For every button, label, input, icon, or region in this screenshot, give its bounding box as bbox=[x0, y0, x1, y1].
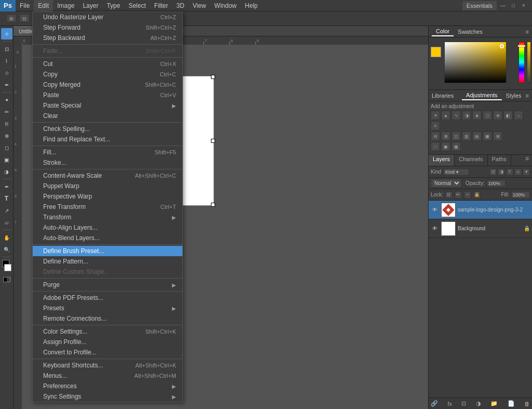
layer-adj-btn[interactable]: ◑ bbox=[476, 400, 481, 407]
layer-new-btn[interactable]: 📄 bbox=[508, 400, 515, 407]
menu-content-aware-scale[interactable]: Content-Aware Scale Alt+Shift+Ctrl+C bbox=[33, 170, 182, 181]
menu-preferences[interactable]: Preferences ▶ bbox=[33, 381, 182, 391]
menu-keyboard-shortcuts[interactable]: Keyboard Shortcuts... Alt+Shift+Ctrl+K bbox=[33, 360, 182, 371]
menu-transform[interactable]: Transform ▶ bbox=[33, 212, 182, 222]
layer-eye-0[interactable]: 👁 bbox=[431, 206, 439, 214]
menu-menus[interactable]: Menus... Alt+Shift+Ctrl+M bbox=[33, 371, 182, 381]
menu-view[interactable]: View bbox=[189, 0, 210, 11]
menu-presets[interactable]: Presets ▶ bbox=[33, 303, 182, 313]
swatches-tab[interactable]: Swatches bbox=[454, 28, 487, 36]
adj-solid[interactable]: □ bbox=[431, 142, 440, 151]
menu-free-transform[interactable]: Free Transform Ctrl+T bbox=[33, 202, 182, 212]
adj-posterize[interactable]: ◫ bbox=[451, 131, 461, 141]
menu-sync-settings[interactable]: Sync Settings ▶ bbox=[33, 391, 182, 402]
adj-hsl[interactable]: ⬡ bbox=[483, 111, 492, 120]
menu-step-backward[interactable]: Step Backward Alt+Ctrl+Z bbox=[33, 33, 182, 43]
adj-levels[interactable]: ▲ bbox=[441, 111, 450, 120]
tool-clone[interactable]: ⎘ bbox=[1, 118, 12, 129]
tool-type[interactable]: T bbox=[1, 193, 12, 204]
adj-mixer[interactable]: ≡ bbox=[431, 121, 440, 130]
lock-position[interactable]: + bbox=[464, 191, 471, 199]
menu-remote-connections[interactable]: Remote Connections... bbox=[33, 313, 182, 324]
menu-fill[interactable]: Fill... Shift+F5 bbox=[33, 147, 182, 157]
adj-vibrance[interactable]: ◈ bbox=[472, 111, 482, 120]
adj-selectivecolor[interactable]: ▦ bbox=[483, 131, 492, 141]
adj-exposure[interactable]: ◑ bbox=[462, 111, 471, 120]
tool-path[interactable]: ↗ bbox=[1, 205, 12, 216]
tool-move[interactable]: ✛ bbox=[1, 28, 12, 39]
tool-eyedropper[interactable]: ✒ bbox=[1, 79, 12, 90]
tool-lasso[interactable]: ⌇ bbox=[1, 55, 12, 67]
adj-bw[interactable]: ◧ bbox=[503, 111, 513, 120]
color-tab[interactable]: Color bbox=[432, 27, 454, 36]
color-gradient-picker[interactable] bbox=[444, 42, 507, 83]
lock-image[interactable]: ✏ bbox=[455, 191, 462, 199]
menu-perspective-warp[interactable]: Perspective Warp bbox=[33, 191, 182, 202]
layer-folder-btn[interactable]: 📁 bbox=[490, 400, 498, 407]
paths-tab[interactable]: Paths bbox=[488, 155, 511, 166]
filter-dropdown[interactable]: Kind ▾ bbox=[443, 168, 469, 176]
menu-step-forward[interactable]: Step Forward Shift+Ctrl+Z bbox=[33, 22, 182, 33]
tool-hand[interactable]: ✋ bbox=[1, 232, 12, 243]
menu-color-settings[interactable]: Color Settings... Shift+Ctrl+K bbox=[33, 326, 182, 337]
menu-3d[interactable]: 3D bbox=[172, 0, 188, 11]
layer-fx-btn[interactable]: fx bbox=[447, 401, 452, 407]
adj-gradient[interactable]: ▤ bbox=[472, 131, 482, 141]
menu-pdf-presets[interactable]: Adobe PDF Presets... bbox=[33, 293, 182, 303]
hue-strip[interactable] bbox=[518, 42, 525, 83]
menu-filter[interactable]: Filter bbox=[150, 0, 172, 11]
filter-adj2[interactable]: ◑ bbox=[498, 168, 505, 176]
workspace-label[interactable]: Essentials bbox=[462, 1, 497, 10]
menu-find-replace[interactable]: Find and Replace Text... bbox=[33, 134, 182, 144]
adj-curves[interactable]: ∿ bbox=[451, 111, 461, 120]
layer-link-btn[interactable]: 🔗 bbox=[431, 400, 438, 407]
menu-window[interactable]: Window bbox=[210, 0, 241, 11]
tool-marquee[interactable]: ⊡ bbox=[1, 43, 12, 55]
menu-select[interactable]: Select bbox=[124, 0, 150, 11]
adj-colorbalance[interactable]: ⊕ bbox=[493, 111, 502, 120]
tool-brush[interactable]: ✏ bbox=[1, 106, 12, 117]
menu-assign-profile[interactable]: Assign Profile... bbox=[33, 337, 182, 347]
opacity-value[interactable]: 100% bbox=[487, 180, 506, 187]
tool-pen[interactable]: ✒ bbox=[1, 181, 12, 192]
adj-brightness[interactable]: ☀ bbox=[431, 111, 440, 120]
menu-image[interactable]: Image bbox=[53, 0, 78, 11]
menu-copy-merged[interactable]: Copy Merged Shift+Ctrl+C bbox=[33, 80, 182, 90]
menu-clear[interactable]: Clear bbox=[33, 111, 182, 121]
blend-mode-select[interactable]: Normal bbox=[431, 179, 461, 188]
layer-item-0[interactable]: 👁 sample-logo-design-png-3-2 bbox=[429, 201, 532, 219]
minimize-button[interactable]: — bbox=[499, 2, 507, 10]
menu-help[interactable]: Help bbox=[241, 0, 262, 11]
restore-button[interactable]: □ bbox=[509, 2, 517, 10]
layer-item-1[interactable]: 👁 Background 🔒 bbox=[429, 219, 532, 238]
filter-text[interactable]: T bbox=[506, 168, 513, 176]
menu-auto-align[interactable]: Auto-Align Layers... bbox=[33, 222, 182, 233]
filter-smart[interactable]: ✦ bbox=[523, 168, 530, 176]
filter-shape[interactable]: ▱ bbox=[514, 168, 522, 176]
tool-eraser[interactable]: ◻ bbox=[1, 142, 12, 153]
menu-stroke[interactable]: Stroke... bbox=[33, 157, 182, 168]
filter-pixel[interactable]: ⊡ bbox=[489, 168, 497, 176]
menu-convert-profile[interactable]: Convert to Profile... bbox=[33, 347, 182, 358]
menu-undo[interactable]: Undo Rasterize Layer Ctrl+Z bbox=[33, 12, 182, 22]
menu-paste[interactable]: Paste Ctrl+V bbox=[33, 90, 182, 100]
menu-purge[interactable]: Purge ▶ bbox=[33, 280, 182, 290]
menu-type[interactable]: Type bbox=[102, 0, 124, 11]
color-panel-menu[interactable]: ≡ bbox=[526, 29, 529, 35]
layers-panel-menu[interactable]: ≡ bbox=[522, 155, 532, 166]
adj-tab[interactable]: Adjustments bbox=[462, 91, 502, 100]
adj-colorlookup[interactable]: ⊟ bbox=[431, 131, 440, 141]
adj-invert[interactable]: ⊠ bbox=[441, 131, 450, 141]
tool-crop[interactable]: ⊹ bbox=[1, 67, 12, 78]
menu-define-brush[interactable]: Define Brush Preset... bbox=[33, 246, 182, 256]
styles-tab[interactable]: Styles bbox=[502, 91, 526, 100]
menu-define-pattern[interactable]: Define Pattern... bbox=[33, 256, 182, 267]
tool-dodge[interactable]: ◑ bbox=[1, 166, 12, 177]
close-button[interactable]: × bbox=[520, 2, 528, 10]
menu-file[interactable]: File bbox=[16, 0, 34, 11]
adj-panel-menu[interactable]: ≡ bbox=[526, 93, 529, 99]
tool-gradient[interactable]: ▣ bbox=[1, 154, 12, 165]
adj-pattern[interactable]: ⊞ bbox=[493, 131, 502, 141]
fill-value[interactable]: 100% bbox=[511, 191, 530, 199]
layers-tab[interactable]: Layers bbox=[429, 155, 455, 166]
